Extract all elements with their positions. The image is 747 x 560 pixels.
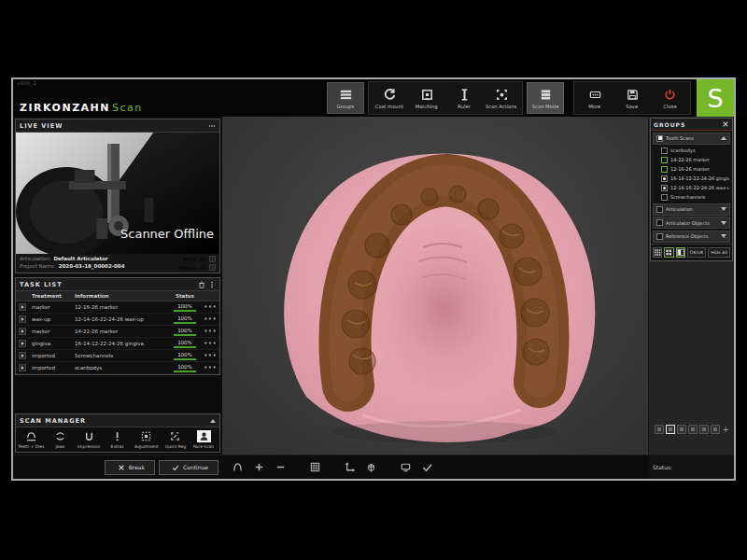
play-icon[interactable] — [19, 352, 26, 359]
app-icon-tile[interactable]: S — [697, 79, 734, 117]
play-icon[interactable] — [19, 340, 26, 347]
scan-manager-button-extras[interactable]: Extras — [104, 430, 131, 449]
continue-button[interactable]: Continue — [159, 460, 218, 475]
toolbar-button-close[interactable]: Close — [651, 82, 688, 114]
scan-manager-button-teeth-dies[interactable]: Teeth + Dies — [18, 430, 45, 449]
grid9-view-icon[interactable] — [653, 247, 662, 258]
confirm-check-icon[interactable] — [421, 461, 433, 473]
group-node-screwchannels[interactable]: Screwchannels — [658, 192, 732, 202]
groups-button[interactable]: Groups — [327, 82, 364, 114]
hide-all-button[interactable]: Hide All — [708, 247, 730, 258]
checkbox[interactable] — [656, 135, 663, 142]
row-menu-icon[interactable] — [204, 352, 217, 359]
row-menu-icon[interactable] — [204, 364, 217, 371]
scan-manager-button-impression[interactable]: Impression — [76, 430, 103, 449]
scan-mode-button[interactable]: Scan Mode — [527, 82, 564, 114]
mesh-icon[interactable] — [309, 461, 321, 473]
scan-manager-button-adjustment[interactable]: Adjustment — [133, 430, 160, 449]
toolbar-button-ruler[interactable]: Ruler — [445, 82, 483, 114]
group-node-scanbodys[interactable]: scanbodys — [658, 146, 732, 155]
checkbox[interactable] — [656, 206, 663, 213]
axis-icon[interactable] — [344, 461, 356, 473]
row-menu-icon[interactable] — [204, 328, 217, 335]
view-layout-button-5[interactable] — [699, 425, 709, 434]
group-node-12-16-26-marker[interactable]: 12-16-26 marker — [658, 164, 732, 174]
groups-header[interactable]: GROUPS — [651, 119, 732, 131]
scan-manager-button-jaws[interactable]: Jaws — [47, 430, 74, 449]
checkbox[interactable] — [661, 194, 668, 201]
ok-uk-button[interactable]: OK/UK — [687, 247, 707, 258]
view-layout-button-4[interactable] — [688, 425, 698, 434]
task-row[interactable]: gingiva16-14-12-22-24-26 gingiva100% — [16, 338, 219, 350]
box3d-icon[interactable] — [365, 461, 377, 473]
scanner-icon[interactable] — [400, 461, 412, 473]
rotate-menu-button[interactable]: ⋮ — [209, 264, 216, 271]
group-node-14-22-26-marker[interactable]: 14-22-26 marker — [658, 155, 732, 164]
group-node-articulator-objects[interactable]: Articulator Objects — [653, 217, 730, 229]
play-icon[interactable] — [19, 303, 26, 311]
add-view-button[interactable]: + — [723, 426, 729, 434]
group-node-articulation[interactable]: Articulation — [653, 203, 730, 216]
checkbox[interactable] — [661, 185, 668, 191]
group-node-tooth-scans[interactable]: Tooth Scans — [653, 133, 730, 145]
task-row[interactable]: importedscanbodys100% — [16, 362, 219, 374]
group-node-16-14-12-22-24-26-gingiva[interactable]: 16-14-12-22-24-26 gingiva — [658, 174, 732, 183]
continue-check-icon — [172, 464, 179, 471]
toolbar-button-save[interactable]: Save — [613, 82, 651, 114]
zoom-out-icon[interactable] — [275, 461, 287, 473]
play-icon[interactable] — [19, 315, 26, 323]
close-x-icon[interactable] — [722, 120, 729, 128]
toolbar-button-matching[interactable]: Matching — [408, 82, 445, 114]
toolbar-button-cast-mount[interactable]: Cast mount — [371, 82, 408, 114]
grid4-view-icon[interactable] — [664, 247, 673, 258]
play-icon[interactable] — [19, 328, 26, 335]
row-menu-icon[interactable] — [204, 303, 217, 311]
menu-dots-icon[interactable] — [208, 122, 216, 130]
task-row[interactable]: importedScrewchannels100% — [16, 350, 219, 362]
kebab-icon[interactable] — [208, 281, 216, 288]
scan-manager-header[interactable]: SCAN MANAGER — [16, 414, 219, 427]
break-button[interactable]: Break — [105, 460, 155, 475]
pitch-menu-button[interactable]: ⋮ — [209, 256, 216, 262]
checkbox[interactable] — [661, 166, 668, 173]
toolbar-button-more[interactable]: More — [576, 82, 613, 114]
view-layout-button-1[interactable] — [655, 425, 664, 434]
checkbox[interactable] — [656, 233, 663, 240]
chevron-down-icon[interactable] — [721, 207, 726, 211]
live-view-header[interactable]: LIVE VIEW — [16, 119, 219, 133]
continue-button-label: Continue — [183, 464, 208, 470]
row-menu-icon[interactable] — [204, 315, 217, 323]
scan-manager-title: SCAN MANAGER — [20, 417, 86, 425]
checkbox[interactable] — [661, 147, 668, 154]
model-viewport[interactable] — [222, 117, 648, 455]
view-layout-button-2[interactable] — [666, 425, 675, 434]
chevron-down-icon[interactable] — [721, 221, 726, 225]
group-node-12-14-16-22-24-26-wax-up[interactable]: 12-14-16-22-24-26 wax-up — [658, 183, 732, 192]
group-node-reference-objects[interactable]: Reference Objects — [653, 231, 730, 243]
row-menu-icon[interactable] — [204, 340, 217, 347]
trash-icon[interactable] — [198, 281, 205, 288]
scan-actions-icon — [495, 88, 509, 102]
view-layout-button-6[interactable] — [711, 425, 720, 434]
toolbar-button-scan-actions[interactable]: Scan Actions — [483, 82, 520, 114]
scan-manager-button-face-scan[interactable]: Face Scan — [190, 430, 218, 449]
view-layout-button-3[interactable] — [677, 425, 686, 434]
toolbar-button-label: Ruler — [458, 104, 471, 109]
arch-icon[interactable] — [232, 461, 244, 473]
task-row[interactable]: wax-up12-14-16-22-24-26 wax-up100% — [16, 314, 219, 326]
checkbox[interactable] — [656, 219, 663, 226]
task-row[interactable]: marker14-22-26 marker100% — [16, 326, 219, 338]
play-icon[interactable] — [19, 364, 26, 371]
scan-manager-button-quick-reg[interactable]: Quick Reg — [162, 430, 189, 449]
checkbox[interactable] — [661, 157, 668, 163]
collapse-chevron-icon[interactable] — [210, 419, 216, 423]
task-row[interactable]: marker12-16-26 marker100% — [16, 301, 219, 314]
split-view-icon[interactable] — [676, 247, 685, 258]
chevron-up-icon[interactable] — [721, 136, 726, 140]
matching-icon — [420, 88, 434, 102]
close-icon — [663, 88, 677, 102]
checkbox[interactable] — [661, 175, 668, 182]
zoom-in-icon[interactable] — [253, 461, 265, 473]
task-list-header[interactable]: TASK LIST — [16, 278, 219, 291]
chevron-down-icon[interactable] — [721, 234, 726, 238]
